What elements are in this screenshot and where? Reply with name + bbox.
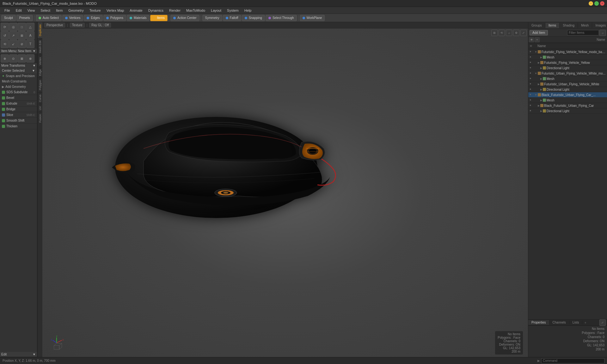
tool-icon-7[interactable]: ⊞ bbox=[18, 31, 26, 39]
prop-tab-add[interactable]: + bbox=[582, 320, 588, 325]
autoselect-button[interactable]: Auto Select bbox=[36, 15, 62, 21]
vtab-curve[interactable]: Curve bbox=[38, 92, 42, 104]
mesh-constraints[interactable]: Mesh Constraints bbox=[0, 79, 37, 84]
eye-icon-1[interactable]: ● bbox=[530, 50, 533, 54]
sync-button[interactable]: ⟲ bbox=[499, 30, 505, 36]
vtab-uv[interactable]: UV bbox=[38, 104, 42, 112]
prop-expand-button[interactable]: ⤢ bbox=[599, 319, 606, 326]
tree-item-group3[interactable]: ● ▼ Futuristic_Urban_Flying_Vehicle_Whit… bbox=[528, 71, 607, 76]
more-transforms[interactable]: More Transforms ▼ bbox=[0, 63, 37, 68]
scene-tree[interactable]: ● ▼ Futuristic_Flying_Vehicle_Yellow_mod… bbox=[528, 49, 607, 319]
vtab-duplicate[interactable]: Duplicate bbox=[38, 22, 42, 38]
menu-texture[interactable]: Texture bbox=[87, 8, 103, 13]
maximize-button[interactable]: □ bbox=[594, 1, 599, 6]
perspective-button[interactable]: Perspective bbox=[44, 23, 65, 27]
tree-item-grp2[interactable]: ● ▶ Futuristic_Flying_Vehicle_Yellow bbox=[528, 60, 607, 65]
item-menu[interactable]: Item Menu: New Item ▼ bbox=[0, 49, 37, 54]
tool-icon-9[interactable]: ⟲ bbox=[1, 40, 9, 48]
eye-icon-8[interactable]: ● bbox=[530, 88, 533, 91]
menu-maxtomodo[interactable]: MaxToModo bbox=[184, 8, 208, 13]
vtab-edge[interactable]: Edge bbox=[38, 67, 42, 78]
tool-icon-1[interactable]: ⟳ bbox=[1, 23, 9, 31]
edges-button[interactable]: Edges bbox=[84, 15, 102, 21]
materials-button[interactable]: Materials bbox=[127, 15, 150, 21]
items-add-button[interactable]: + bbox=[535, 37, 540, 42]
vertices-button[interactable]: Vertices bbox=[62, 15, 83, 21]
tab-mesh[interactable]: Mesh bbox=[578, 23, 592, 28]
transform-icon-1[interactable]: ⊕ bbox=[1, 54, 9, 63]
tree-item-grp6[interactable]: ● ▶ Black_Futuristic_Urban_Flying_Car bbox=[528, 103, 607, 108]
prop-tab-channels[interactable]: Channels bbox=[549, 320, 569, 325]
tree-item-mesh1[interactable]: ● ▶ Mesh bbox=[528, 55, 607, 60]
menu-vertex-map[interactable]: Vertex Map bbox=[104, 8, 127, 13]
workplane-button[interactable]: WorkPlane bbox=[300, 15, 325, 21]
minimize-button[interactable]: − bbox=[589, 1, 593, 6]
sculpt-button[interactable]: Sculpt bbox=[1, 15, 16, 21]
tree-item-light1[interactable]: ● ▶ Directional Light bbox=[528, 65, 607, 71]
center-selected[interactable]: Center Selected ▼ bbox=[0, 68, 37, 73]
tool-icon-2[interactable]: ◎ bbox=[9, 23, 17, 31]
tree-item-mesh2[interactable]: ● ▶ Mesh bbox=[528, 76, 607, 82]
close-button[interactable]: × bbox=[600, 1, 604, 6]
menu-item[interactable]: Item bbox=[53, 8, 65, 13]
eye-icon-10[interactable]: ● bbox=[530, 98, 533, 102]
tool-icon-10[interactable]: ↙ bbox=[9, 40, 17, 48]
tab-shading[interactable]: Shading bbox=[560, 23, 578, 28]
eye-icon-5[interactable]: ● bbox=[530, 71, 533, 75]
command-input[interactable] bbox=[541, 358, 604, 363]
eye-icon-11[interactable]: ● bbox=[530, 104, 533, 107]
eye-icon-6[interactable]: ● bbox=[530, 77, 533, 81]
eye-icon-4[interactable]: ● bbox=[530, 66, 533, 70]
transform-icon-2[interactable]: ⊙ bbox=[9, 54, 17, 63]
menu-help[interactable]: Help bbox=[242, 8, 254, 13]
tool-icon-5[interactable]: ↺ bbox=[1, 31, 9, 39]
vtab-fusion[interactable]: Fusion bbox=[38, 112, 42, 124]
menu-system[interactable]: System bbox=[224, 8, 241, 13]
vtab-vertex[interactable]: Vertex bbox=[38, 55, 42, 67]
tool-icon-6[interactable]: ↗ bbox=[9, 31, 17, 39]
add-geometry[interactable]: ▶ Add Geometry bbox=[0, 84, 37, 89]
tree-item-group5[interactable]: ● ▼ Black_Futuristic_Urban_Flying_Car_..… bbox=[528, 92, 607, 98]
ray-gl-button[interactable]: Ray GL : Off bbox=[89, 23, 111, 27]
maximize-viewport-button[interactable]: ⊞ bbox=[491, 30, 498, 36]
tool-icon-3[interactable]: □ bbox=[18, 23, 26, 31]
tree-item-grp4[interactable]: ● ▶ Futuristic_Urban_Flying_Vehicle_Whit… bbox=[528, 82, 607, 87]
thicken-item[interactable]: Thicken bbox=[0, 124, 37, 129]
settings-button[interactable]: ⚙ bbox=[513, 30, 519, 36]
tool-icon-12[interactable]: T bbox=[26, 40, 34, 48]
menu-view[interactable]: View bbox=[25, 8, 38, 13]
tool-icon-8[interactable]: A bbox=[26, 31, 34, 39]
bevel-item[interactable]: Bevel bbox=[0, 95, 37, 101]
eye-icon-7[interactable]: ● bbox=[530, 82, 533, 86]
eye-icon-2[interactable]: ● bbox=[530, 55, 533, 59]
tab-groups[interactable]: Groups bbox=[528, 23, 545, 28]
sds-subdivide-item[interactable]: SDS Subdivide 0 bbox=[0, 89, 37, 95]
polygons-button[interactable]: Polygons bbox=[103, 15, 126, 21]
transform-icon-3[interactable]: ⊠ bbox=[18, 54, 26, 63]
tool-icon-11[interactable]: ⊘ bbox=[18, 40, 26, 48]
prop-tab-lists[interactable]: Lists bbox=[569, 320, 583, 325]
transform-icon-4[interactable]: ⊗ bbox=[26, 54, 34, 63]
tree-item-light2[interactable]: ● ▶ Directional Light bbox=[528, 87, 607, 92]
slice-item[interactable]: Slice Shift-C bbox=[0, 112, 37, 118]
smooth-shift-item[interactable]: Smooth Shift bbox=[0, 118, 37, 124]
symmetry-button[interactable]: Symmetry bbox=[202, 15, 222, 21]
menu-animate[interactable]: Animate bbox=[127, 8, 145, 13]
tree-item-group1[interactable]: ● ▼ Futuristic_Flying_Vehicle_Yellow_mod… bbox=[528, 49, 607, 55]
tab-images[interactable]: Images bbox=[592, 23, 607, 28]
menu-layout[interactable]: Layout bbox=[208, 8, 224, 13]
falloff-button[interactable]: Falloff bbox=[223, 15, 241, 21]
search-button[interactable]: ⌕ bbox=[506, 30, 512, 36]
menu-dynamics[interactable]: Dynamics bbox=[146, 8, 166, 13]
eye-icon-12[interactable]: ● bbox=[530, 109, 533, 113]
texture-button[interactable]: Texture bbox=[70, 23, 85, 27]
prop-tab-properties[interactable]: Properties bbox=[528, 320, 549, 325]
eye-icon-3[interactable]: ● bbox=[530, 61, 533, 64]
tree-item-light3[interactable]: ● ▶ Directional Light bbox=[528, 108, 607, 114]
presets-button[interactable]: Presets bbox=[16, 15, 33, 21]
menu-file[interactable]: File bbox=[2, 8, 13, 13]
bridge-item[interactable]: Bridge bbox=[0, 106, 37, 112]
items-eye-button[interactable]: 👁 bbox=[529, 37, 534, 42]
eye-icon-9[interactable]: ● bbox=[530, 93, 533, 97]
snaps-precision[interactable]: ✦ Snaps and Precision bbox=[0, 73, 37, 79]
